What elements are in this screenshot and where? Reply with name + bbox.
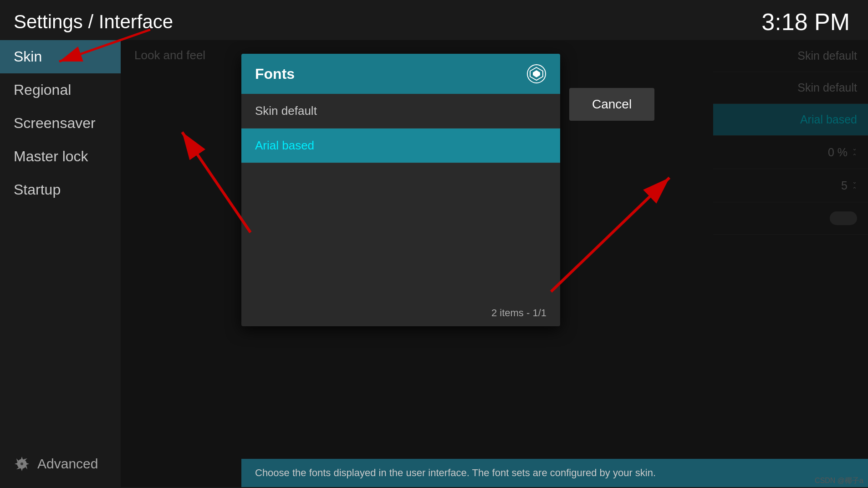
content-area: Look and feel Estuary Skin default Skin … — [121, 40, 868, 487]
page-title: Settings / Interface — [14, 11, 173, 33]
advanced-button[interactable]: Advanced — [0, 449, 121, 479]
font-option-arial-based[interactable]: Arial based — [241, 128, 560, 163]
sidebar-item-regional[interactable]: Regional — [0, 73, 121, 107]
cancel-button[interactable]: Cancel — [569, 88, 654, 121]
modal-footer: 2 items - 1/1 — [241, 300, 560, 326]
modal-body: Skin default Arial based — [241, 94, 560, 300]
header: Settings / Interface 3:18 PM — [0, 0, 868, 40]
advanced-label: Advanced — [37, 456, 98, 472]
kodi-logo-icon — [526, 64, 546, 84]
main-layout: Skin Regional Screensaver Master lock St… — [0, 40, 868, 487]
modal-overlay: Fonts Skin default Arial based — [121, 40, 868, 487]
fonts-modal: Fonts Skin default Arial based — [241, 54, 560, 326]
font-option-skin-default[interactable]: Skin default — [241, 94, 560, 128]
gear-icon — [14, 456, 30, 472]
sidebar-item-startup[interactable]: Startup — [0, 173, 121, 206]
sidebar-item-screensaver[interactable]: Screensaver — [0, 107, 121, 140]
items-count: 2 items - 1/1 — [491, 307, 546, 319]
modal-header: Fonts — [241, 54, 560, 94]
svg-marker-2 — [533, 70, 540, 77]
modal-title: Fonts — [255, 66, 295, 82]
clock: 3:18 PM — [761, 8, 850, 36]
sidebar-item-skin[interactable]: Skin — [0, 40, 121, 73]
watermark: CSDN @椰子a — [815, 476, 863, 486]
bottom-description: Choose the fonts displayed in the user i… — [241, 459, 868, 487]
modal-spacer — [241, 163, 560, 300]
sidebar-item-master-lock[interactable]: Master lock — [0, 140, 121, 173]
sidebar: Skin Regional Screensaver Master lock St… — [0, 40, 121, 487]
